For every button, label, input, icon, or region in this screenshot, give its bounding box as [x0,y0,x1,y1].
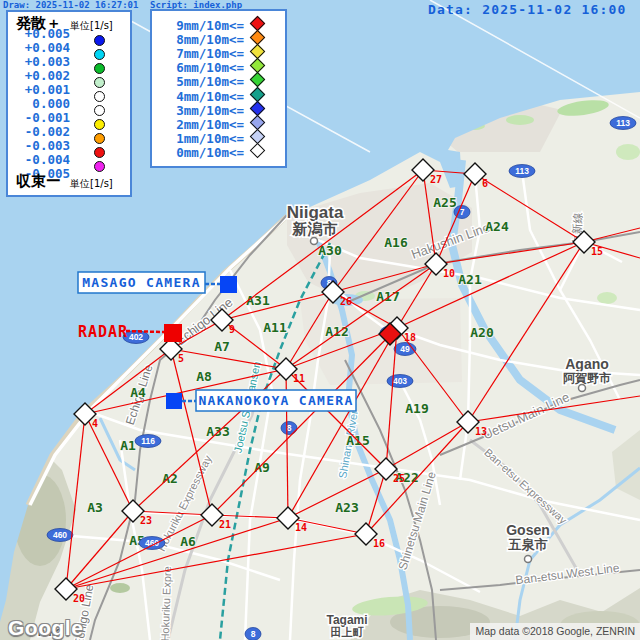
rain-threshold-label: 5mm/10m<= [170,75,244,88]
area-label-A3: A3 [87,500,103,515]
divergence-value: -0.003 [18,139,70,152]
divergence-color-circle [94,91,105,102]
city-label: Agano [565,356,609,372]
area-label-A7: A7 [214,339,230,354]
area-label-A1: A1 [120,438,136,453]
city-label-jp: 阿賀野市 [563,371,611,385]
map-node-number: 6 [482,178,488,189]
divergence-value: -0.002 [18,125,70,138]
divergence-value: 0.000 [18,97,70,110]
divergence-color-circle [94,161,105,172]
divergence-color-circle [94,119,105,130]
map-node-number: 15 [591,246,603,257]
divergence-value: +0.004 [18,41,70,54]
city-label: Gosen [506,522,550,538]
area-label-A25: A25 [433,195,456,210]
area-label-A24: A24 [485,219,509,234]
map-node-number: 20 [73,593,85,604]
area-label-A16: A16 [384,235,408,250]
city-label-jp: 田上町 [331,626,365,638]
map-node-number: 26 [340,296,352,307]
rain-threshold-label: 9mm/10m<= [170,19,244,32]
area-label-A4: A4 [130,385,146,400]
map-node-number: 11 [293,373,305,384]
map-node-number: 16 [373,538,385,549]
area-label-A19: A19 [405,401,428,416]
divergence-color-circle [94,133,105,144]
divergence-color-circle [94,35,105,46]
route-shield-number: 402 [129,332,143,342]
divergence-color-circle [94,77,105,88]
area-label-A20: A20 [470,325,494,340]
route-shield-number: 460 [53,530,67,540]
divergence-value: +0.003 [18,55,70,68]
divergence-color-circle [94,63,105,74]
route-shield-number: 8 [251,629,256,639]
area-label-A9: A9 [254,460,270,475]
city-dot [579,385,586,392]
rain-threshold-label: 6mm/10m<= [170,61,244,74]
map-attribution: Map data ©2018 Google, ZENRIN [470,623,640,640]
rain-color-diamond [250,100,266,116]
map-node-number: 14 [295,522,307,533]
rain-threshold-label: 2mm/10m<= [170,118,244,131]
area-label-A2: A2 [162,471,178,486]
divergence-unit-top: 単位[1/s] [70,19,113,33]
divergence-value: +0.002 [18,69,70,82]
route-shield-number: 49 [400,344,410,354]
route-shield-number: 403 [393,376,407,386]
area-label-A11: A11 [263,320,287,335]
divergence-legend-title-bottom: 収束ー [16,172,61,191]
area-label-A12: A12 [325,324,348,339]
area-label-A23: A23 [335,500,358,515]
camera-marker-nakanokoya[interactable] [166,393,182,409]
divergence-legend: 発散＋ 単位[1/s] +0.005+0.004+0.003+0.002+0.0… [6,10,132,197]
monitoring-map-app: Hakushin Line白新線Uetsu Main LineShinetsu … [0,0,640,640]
divergence-value: -0.001 [18,111,70,124]
divergence-unit-bottom: 単位[1/s] [70,177,113,191]
map-node-number: 25 [393,473,405,484]
rain-threshold-label: 8mm/10m<= [170,33,244,46]
map-node-number: 27 [430,174,442,185]
city-label-jp: 新潟市 [292,220,338,237]
city-dot [525,556,532,563]
city-dot [311,238,318,245]
rain-color-diamond [250,114,266,130]
rain-threshold-label: 3mm/10m<= [170,104,244,117]
rain-threshold-label: 0mm/10m<= [170,146,244,159]
google-logo[interactable]: Google [8,616,83,640]
rain-threshold-label: 4mm/10m<= [170,90,244,103]
divergence-color-circle [94,49,105,60]
map-node-number: 5 [178,353,184,364]
rain-color-diamond [250,86,266,102]
camera-label: MASAGO CAMERA [82,275,201,290]
radar-marker[interactable] [164,324,182,342]
road-label: Hokuriku Expre [159,566,174,640]
map-node-number: 21 [219,519,231,530]
area-label-A6: A6 [180,534,196,549]
rain-color-diamond [250,143,266,159]
divergence-color-circle [94,147,105,158]
city-label-jp: 五泉市 [508,537,548,552]
map-node-number: 18 [404,332,416,343]
divergence-value: -0.004 [18,153,70,166]
rain-threshold-label: 1mm/10m<= [170,132,244,145]
divergence-value: +0.005 [18,27,70,40]
rain-color-diamond [250,72,266,88]
rain-legend: 9mm/10m<=8mm/10m<=7mm/10m<=6mm/10m<=5mm/… [150,9,287,168]
map-node-number: 10 [443,268,455,279]
area-label-A8: A8 [196,369,212,384]
route-shield-number: 113 [616,118,630,128]
map-node-number: 13 [475,426,487,437]
map-node-number: 9 [229,324,235,335]
camera-label: NAKANOKOYA CAMERA [198,393,353,408]
route-shield-number: 116 [141,436,155,446]
divergence-value: +0.001 [18,83,70,96]
city-label: Tagami [326,613,367,627]
rain-threshold-label: 7mm/10m<= [170,47,244,60]
camera-marker-masago[interactable] [220,276,237,293]
area-label-A21: A21 [458,272,482,287]
area-label-A31: A31 [246,293,270,308]
map-node-number: 4 [92,418,98,429]
divergence-color-circle [94,105,105,116]
